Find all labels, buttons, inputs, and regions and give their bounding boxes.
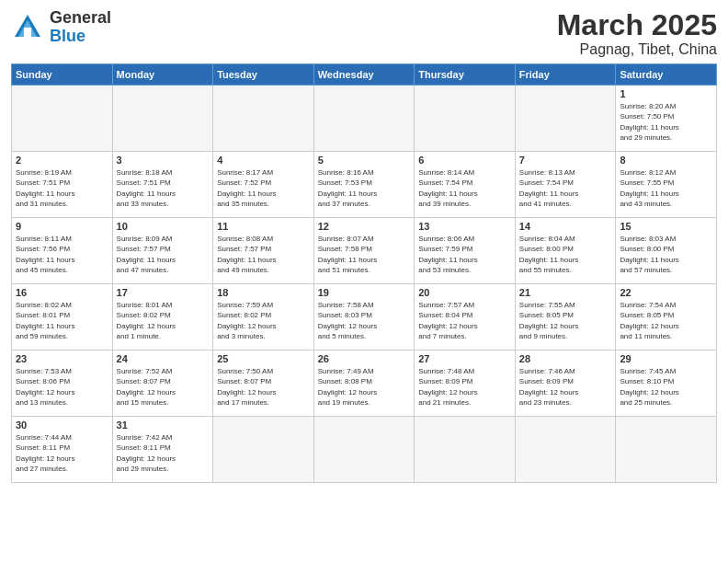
day-number: 16 — [16, 287, 108, 298]
day-info: Sunrise: 7:48 AM Sunset: 8:09 PM Dayligh… — [418, 366, 511, 408]
day-number: 26 — [318, 353, 411, 364]
table-row — [213, 417, 314, 483]
calendar-week-row: 9Sunrise: 8:11 AM Sunset: 7:56 PM Daylig… — [12, 218, 717, 284]
day-number: 22 — [620, 287, 712, 298]
day-number: 13 — [418, 221, 511, 232]
generalblue-logo-icon — [11, 11, 44, 44]
day-info: Sunrise: 8:06 AM Sunset: 7:59 PM Dayligh… — [418, 234, 511, 275]
table-row: 10Sunrise: 8:09 AM Sunset: 7:57 PM Dayli… — [112, 218, 213, 284]
day-info: Sunrise: 8:13 AM Sunset: 7:54 PM Dayligh… — [519, 167, 612, 209]
day-number: 30 — [16, 419, 108, 431]
day-number: 14 — [519, 221, 612, 232]
col-wednesday: Wednesday — [313, 64, 415, 86]
table-row: 30Sunrise: 7:44 AM Sunset: 8:11 PM Dayli… — [12, 417, 113, 483]
table-row: 5Sunrise: 8:16 AM Sunset: 7:53 PM Daylig… — [313, 152, 415, 218]
table-row: 24Sunrise: 7:52 AM Sunset: 8:07 PM Dayli… — [112, 350, 213, 417]
table-row: 6Sunrise: 8:14 AM Sunset: 7:54 PM Daylig… — [415, 152, 516, 218]
day-number: 3 — [117, 155, 210, 166]
col-monday: Monday — [112, 64, 213, 86]
day-number: 12 — [318, 221, 411, 232]
table-row: 1Sunrise: 8:20 AM Sunset: 7:50 PM Daylig… — [616, 86, 717, 152]
table-row: 8Sunrise: 8:12 AM Sunset: 7:55 PM Daylig… — [616, 152, 717, 218]
day-info: Sunrise: 8:04 AM Sunset: 8:00 PM Dayligh… — [519, 234, 612, 275]
day-info: Sunrise: 8:09 AM Sunset: 7:57 PM Dayligh… — [117, 234, 210, 275]
day-number: 8 — [620, 155, 712, 166]
day-number: 31 — [117, 419, 210, 431]
day-info: Sunrise: 8:16 AM Sunset: 7:53 PM Dayligh… — [318, 167, 411, 209]
table-row: 21Sunrise: 7:55 AM Sunset: 8:05 PM Dayli… — [515, 284, 616, 350]
table-row: 14Sunrise: 8:04 AM Sunset: 8:00 PM Dayli… — [515, 218, 616, 284]
day-info: Sunrise: 8:14 AM Sunset: 7:54 PM Dayligh… — [418, 167, 511, 209]
day-number: 1 — [620, 88, 712, 99]
col-tuesday: Tuesday — [213, 64, 314, 86]
logo-blue-label: Blue — [50, 28, 111, 46]
table-row: 25Sunrise: 7:50 AM Sunset: 8:07 PM Dayli… — [213, 350, 314, 417]
day-info: Sunrise: 7:55 AM Sunset: 8:05 PM Dayligh… — [519, 300, 612, 341]
day-number: 7 — [519, 155, 612, 166]
day-info: Sunrise: 8:20 AM Sunset: 7:50 PM Dayligh… — [620, 101, 712, 143]
table-row: 23Sunrise: 7:53 AM Sunset: 8:06 PM Dayli… — [12, 350, 113, 417]
day-info: Sunrise: 7:53 AM Sunset: 8:06 PM Dayligh… — [16, 366, 108, 408]
weekday-header-row: Sunday Monday Tuesday Wednesday Thursday… — [12, 64, 717, 86]
day-number: 4 — [217, 155, 310, 166]
table-row: 16Sunrise: 8:02 AM Sunset: 8:01 PM Dayli… — [12, 284, 113, 350]
table-row — [415, 417, 516, 483]
day-number: 18 — [217, 287, 310, 298]
day-info: Sunrise: 8:18 AM Sunset: 7:51 PM Dayligh… — [117, 167, 210, 209]
table-row: 29Sunrise: 7:45 AM Sunset: 8:10 PM Dayli… — [616, 350, 717, 417]
logo: General Blue — [11, 9, 111, 46]
day-number: 17 — [117, 287, 210, 298]
col-friday: Friday — [515, 64, 616, 86]
table-row — [313, 86, 415, 152]
day-info: Sunrise: 7:49 AM Sunset: 8:08 PM Dayligh… — [318, 366, 411, 408]
day-info: Sunrise: 8:02 AM Sunset: 8:01 PM Dayligh… — [16, 300, 108, 341]
day-info: Sunrise: 8:01 AM Sunset: 8:02 PM Dayligh… — [117, 300, 210, 341]
table-row: 22Sunrise: 7:54 AM Sunset: 8:05 PM Dayli… — [616, 284, 717, 350]
table-row: 9Sunrise: 8:11 AM Sunset: 7:56 PM Daylig… — [12, 218, 113, 284]
day-number: 25 — [217, 353, 310, 364]
location-title: Pagnag, Tibet, China — [557, 41, 717, 58]
table-row — [112, 86, 213, 152]
page: General Blue March 2025 Pagnag, Tibet, C… — [0, 0, 728, 563]
day-info: Sunrise: 7:57 AM Sunset: 8:04 PM Dayligh… — [418, 300, 511, 341]
day-info: Sunrise: 8:11 AM Sunset: 7:56 PM Dayligh… — [16, 234, 108, 275]
day-number: 2 — [16, 155, 108, 166]
col-thursday: Thursday — [415, 64, 516, 86]
day-number: 29 — [620, 353, 712, 364]
day-info: Sunrise: 7:44 AM Sunset: 8:11 PM Dayligh… — [16, 432, 108, 474]
day-number: 5 — [318, 155, 411, 166]
logo-text: General Blue — [50, 9, 111, 46]
day-info: Sunrise: 7:52 AM Sunset: 8:07 PM Dayligh… — [117, 366, 210, 408]
table-row: 20Sunrise: 7:57 AM Sunset: 8:04 PM Dayli… — [415, 284, 516, 350]
table-row — [12, 86, 113, 152]
table-row: 27Sunrise: 7:48 AM Sunset: 8:09 PM Dayli… — [415, 350, 516, 417]
calendar-week-row: 16Sunrise: 8:02 AM Sunset: 8:01 PM Dayli… — [12, 284, 717, 350]
calendar-week-row: 30Sunrise: 7:44 AM Sunset: 8:11 PM Dayli… — [12, 417, 717, 483]
day-info: Sunrise: 7:50 AM Sunset: 8:07 PM Dayligh… — [217, 366, 310, 408]
day-info: Sunrise: 7:58 AM Sunset: 8:03 PM Dayligh… — [318, 300, 411, 341]
day-info: Sunrise: 8:19 AM Sunset: 7:51 PM Dayligh… — [16, 167, 108, 209]
day-number: 20 — [418, 287, 511, 298]
table-row — [515, 86, 616, 152]
day-info: Sunrise: 7:54 AM Sunset: 8:05 PM Dayligh… — [620, 300, 712, 341]
calendar-week-row: 23Sunrise: 7:53 AM Sunset: 8:06 PM Dayli… — [12, 350, 717, 417]
day-info: Sunrise: 7:42 AM Sunset: 8:11 PM Dayligh… — [117, 432, 210, 474]
day-number: 11 — [217, 221, 310, 232]
day-number: 19 — [318, 287, 411, 298]
day-number: 27 — [418, 353, 511, 364]
col-saturday: Saturday — [616, 64, 717, 86]
table-row: 11Sunrise: 8:08 AM Sunset: 7:57 PM Dayli… — [213, 218, 314, 284]
table-row — [616, 417, 717, 483]
day-number: 23 — [16, 353, 108, 364]
table-row: 2Sunrise: 8:19 AM Sunset: 7:51 PM Daylig… — [12, 152, 113, 218]
day-number: 21 — [519, 287, 612, 298]
day-info: Sunrise: 8:17 AM Sunset: 7:52 PM Dayligh… — [217, 167, 310, 209]
calendar-week-row: 2Sunrise: 8:19 AM Sunset: 7:51 PM Daylig… — [12, 152, 717, 218]
table-row: 19Sunrise: 7:58 AM Sunset: 8:03 PM Dayli… — [313, 284, 415, 350]
day-info: Sunrise: 8:08 AM Sunset: 7:57 PM Dayligh… — [217, 234, 310, 275]
day-info: Sunrise: 8:07 AM Sunset: 7:58 PM Dayligh… — [318, 234, 411, 275]
month-title: March 2025 — [557, 9, 717, 41]
table-row — [415, 86, 516, 152]
logo-general-label: General — [50, 9, 111, 28]
table-row: 28Sunrise: 7:46 AM Sunset: 8:09 PM Dayli… — [515, 350, 616, 417]
